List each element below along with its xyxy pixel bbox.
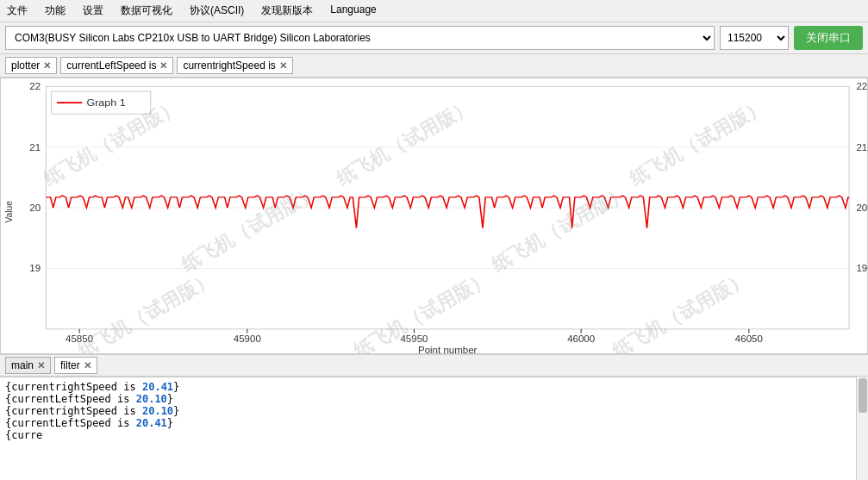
- console-line-3: {currentrightSpeed is 20.10}: [5, 405, 852, 417]
- console-line-1: {currentrightSpeed is 20.41}: [5, 381, 852, 393]
- tab-main-close[interactable]: ✕: [37, 360, 45, 371]
- menu-datavis[interactable]: 数据可视化: [117, 2, 176, 20]
- port-select[interactable]: COM3(BUSY Silicon Labs CP210x USB to UAR…: [5, 26, 715, 50]
- tabs-row: plotter ✕ currentLeftSpeed is ✕ currentr…: [0, 54, 868, 78]
- tab-plotter-label: plotter: [11, 59, 40, 72]
- svg-text:46000: 46000: [567, 334, 595, 343]
- tab-currentleftspeed-close[interactable]: ✕: [159, 60, 167, 72]
- console-line-4: {currentLeftSpeed is 20.41}: [5, 417, 852, 429]
- svg-text:45950: 45950: [400, 334, 428, 343]
- svg-text:21: 21: [29, 142, 41, 152]
- console-line-5: {curre: [5, 429, 852, 441]
- menu-file[interactable]: 文件: [3, 2, 31, 20]
- tab-main[interactable]: main ✕: [5, 357, 51, 374]
- tab-currentrightspeed-label: currentrightSpeed is: [183, 59, 275, 72]
- tab-currentrightspeed[interactable]: currentrightSpeed is ✕: [177, 57, 292, 74]
- svg-text:45850: 45850: [66, 334, 93, 343]
- console-line-2: {currentLeftSpeed is 20.10}: [5, 393, 852, 405]
- baud-select[interactable]: 115200: [720, 26, 789, 50]
- menu-settings[interactable]: 设置: [79, 2, 107, 20]
- svg-text:45900: 45900: [234, 334, 261, 343]
- svg-text:22: 22: [856, 82, 867, 91]
- svg-text:22: 22: [29, 82, 41, 91]
- scrollbar[interactable]: [856, 377, 868, 480]
- tab-filter-close[interactable]: ✕: [84, 360, 91, 371]
- tab-plotter[interactable]: plotter ✕: [5, 57, 57, 74]
- tab-currentrightspeed-close[interactable]: ✕: [279, 60, 287, 72]
- menu-function[interactable]: 功能: [41, 2, 69, 20]
- menu-language[interactable]: Language: [327, 2, 379, 20]
- svg-text:46050: 46050: [735, 334, 763, 343]
- menu-newversion[interactable]: 发现新版本: [258, 2, 316, 20]
- tab-currentleftspeed[interactable]: currentLeftSpeed is ✕: [60, 57, 173, 74]
- svg-text:Point number: Point number: [418, 346, 478, 353]
- tab-currentleftspeed-label: currentLeftSpeed is: [66, 59, 156, 72]
- menubar: 文件 功能 设置 数据可视化 协议(ASCII) 发现新版本 Language: [0, 0, 868, 22]
- svg-text:Graph 1: Graph 1: [86, 97, 126, 109]
- svg-text:19: 19: [29, 264, 41, 273]
- close-port-button[interactable]: 关闭串口: [794, 26, 863, 50]
- console-area[interactable]: {currentrightSpeed is 20.41} {currentLef…: [0, 377, 868, 480]
- tab-main-label: main: [11, 359, 34, 371]
- svg-text:19: 19: [856, 264, 867, 273]
- menu-protocol[interactable]: 协议(ASCII): [186, 2, 247, 20]
- svg-text:20: 20: [29, 203, 41, 212]
- svg-text:Value: Value: [3, 201, 14, 223]
- tab-plotter-close[interactable]: ✕: [43, 60, 51, 72]
- tab-filter-label: filter: [60, 359, 80, 371]
- tab-filter[interactable]: filter ✕: [54, 357, 97, 374]
- svg-text:21: 21: [856, 142, 867, 152]
- chart-svg: 22 21 20 19 22 21 20 19 Value 45850 4590…: [1, 78, 867, 353]
- scroll-thumb[interactable]: [859, 378, 867, 413]
- toolbar: COM3(BUSY Silicon Labs CP210x USB to UAR…: [0, 22, 868, 54]
- svg-text:20: 20: [856, 203, 867, 212]
- bottom-tabs: main ✕ filter ✕: [0, 354, 868, 377]
- graph-area: 纸飞机（试用版） 纸飞机（试用版） 纸飞机（试用版） 纸飞机（试用版） 纸飞机（…: [0, 78, 868, 354]
